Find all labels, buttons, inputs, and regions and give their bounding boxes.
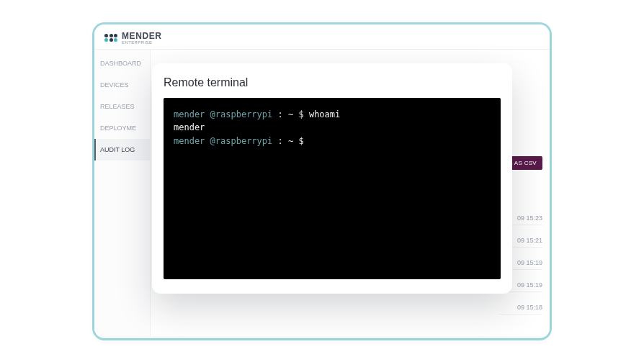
app-window: MENDER ENTERPRISE DASHBOARD DEVICES RELE… [94,24,550,338]
timestamp: 09 15:23 [517,214,542,222]
brand-logo: MENDER ENTERPRISE [104,32,162,45]
sidebar-item-label: RELEASES [100,103,135,110]
brand-text: MENDER ENTERPRISE [122,32,162,45]
terminal-command: whoami [309,109,340,119]
prompt-user-host: mender @raspberrypi [174,136,272,146]
sidebar-item-label: DEPLOYME [100,125,136,132]
sidebar-item-label: DEVICES [100,81,129,89]
sidebar: DASHBOARD DEVICES RELEASES DEPLOYME AUDI… [94,50,151,336]
mender-logo-icon [104,34,117,42]
sidebar-item-label: AUDIT LOG [100,146,135,153]
brand-edition: ENTERPRISE [122,40,162,45]
sidebar-item-releases[interactable]: RELEASES [94,96,150,117]
terminal-line: mender @raspberrypi : ~ $ [174,135,491,148]
prompt-symbol: $ [298,136,303,146]
sidebar-item-dashboard[interactable]: DASHBOARD [94,53,150,74]
brand-name: MENDER [122,32,162,40]
prompt-user-host: mender @raspberrypi [174,109,272,119]
table-row[interactable]: 09 15:18 [499,301,542,315]
sidebar-item-deployments[interactable]: DEPLOYME [94,117,150,139]
modal-title: Remote terminal [164,76,501,89]
sidebar-item-label: DASHBOARD [100,60,141,67]
timestamp: 09 15:19 [517,259,542,266]
header: MENDER ENTERPRISE [94,24,550,50]
remote-terminal-modal: Remote terminal mender @raspberrypi : ~ … [152,63,512,294]
sidebar-item-auditlog[interactable]: AUDIT LOG [94,139,150,160]
terminal-output: mender [174,122,205,132]
prompt-symbol: $ [298,109,303,119]
sidebar-item-devices[interactable]: DEVICES [94,74,150,96]
terminal[interactable]: mender @raspberrypi : ~ $ whoami mender … [164,98,501,279]
terminal-line: mender @raspberrypi : ~ $ whoami [174,108,491,122]
timestamp: 09 15:19 [517,281,542,289]
timestamp: 09 15:21 [517,237,542,244]
terminal-line: mender [174,121,491,135]
timestamp: 09 15:18 [517,304,542,311]
